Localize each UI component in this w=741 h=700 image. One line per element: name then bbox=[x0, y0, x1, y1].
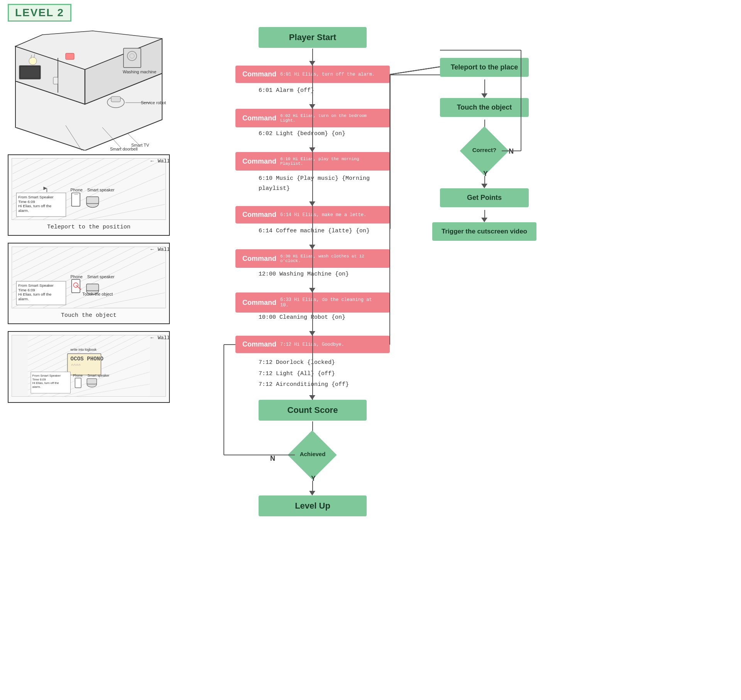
cmd-label-3: Command bbox=[242, 157, 276, 166]
svg-rect-16 bbox=[20, 67, 39, 78]
cmd-label-6: Command bbox=[242, 299, 276, 307]
cmd-text-7: 7:12 Hi Elias, Goodbye. bbox=[280, 342, 344, 347]
wall-label-3: Wall bbox=[158, 335, 170, 341]
arrow-start bbox=[309, 61, 315, 66]
count-score-box: Count Score bbox=[259, 400, 367, 421]
svg-line-114 bbox=[390, 67, 440, 74]
svg-text:Hi Elias, turn off the: Hi Elias, turn off the bbox=[18, 292, 51, 296]
player-start-box: Player Start bbox=[259, 27, 367, 48]
svg-text:Touch the object: Touch the object bbox=[82, 292, 113, 296]
y-label-correct: Y bbox=[483, 170, 488, 178]
svg-rect-70 bbox=[72, 279, 80, 293]
panel-caption-2: Touch the object bbox=[12, 311, 166, 320]
command-box-3: Command 6:10 Hi Elias, play the morning … bbox=[235, 152, 390, 171]
cmd-text-2: 6:02 Hi Elias, turn on the bedroom Light… bbox=[280, 113, 383, 123]
svg-rect-43 bbox=[72, 193, 80, 206]
level-badge: LEVEL 2 bbox=[8, 4, 71, 22]
cmd-text-4: 6:14 Hi Elias, make me a lette. bbox=[280, 212, 366, 218]
n-label-correct: N bbox=[509, 147, 514, 156]
command-box-5: Command 6:30 Hi Elias, wash clothes at 1… bbox=[235, 249, 390, 268]
wall-arrow-2: ← bbox=[151, 247, 154, 252]
touch-box: Touch the object bbox=[440, 98, 529, 117]
get-points-box: Get Points bbox=[440, 188, 529, 207]
command-box-2: Command 6:02 Hi Elias, turn on the bedro… bbox=[235, 109, 390, 127]
svg-line-123 bbox=[390, 67, 440, 74]
svg-text:From Smart Speaker: From Smart Speaker bbox=[18, 283, 54, 287]
cmd-label-4: Command bbox=[242, 211, 276, 219]
svg-text:Time 6:09: Time 6:09 bbox=[32, 378, 46, 381]
svg-rect-19 bbox=[111, 96, 120, 102]
cmd-text-5: 6:30 Hi Elias, wash clothes at 12 o'cloc… bbox=[280, 254, 383, 263]
svg-text:alarm.: alarm. bbox=[18, 297, 29, 301]
sketch-3: write into logbook OCOS PHONO ∩∩∩∩ Phone… bbox=[12, 335, 166, 397]
result-text-3: 6:10 Music {Play music} {Morning playlis… bbox=[259, 174, 370, 193]
svg-text:Smart speaker: Smart speaker bbox=[87, 274, 115, 279]
svg-text:∩∩∩∩: ∩∩∩∩ bbox=[71, 363, 81, 367]
svg-text:From Smart Speaker: From Smart Speaker bbox=[18, 195, 54, 199]
svg-rect-102 bbox=[75, 378, 81, 388]
svg-rect-11 bbox=[66, 53, 74, 59]
svg-rect-74 bbox=[86, 284, 99, 291]
svg-point-12 bbox=[29, 57, 37, 65]
room-diagram: Washing machine Smart lighting Smart doo… bbox=[8, 27, 170, 150]
result-text-4: 6:14 Coffee machine {latte} {on} bbox=[259, 228, 370, 234]
sketch-1: Phone Smart speaker From Smart Speaker T… bbox=[12, 158, 166, 220]
cmd-text-3: 6:10 Hi Elias, play the morning Playlist… bbox=[280, 157, 383, 166]
cmd-label-7: Command bbox=[242, 340, 276, 348]
connector-start bbox=[312, 49, 313, 63]
y-label-achieved: Y bbox=[311, 475, 316, 483]
svg-rect-17 bbox=[53, 77, 58, 84]
command-box-6: Command 6:33 Hi Elias, do the cleaning a… bbox=[235, 293, 390, 313]
correct-label: Correct? bbox=[462, 147, 506, 153]
command-box-4: Command 6:14 Hi Elias, make me a lette. bbox=[235, 206, 390, 223]
svg-text:Smart speaker: Smart speaker bbox=[88, 374, 110, 377]
flowchart: Player Start Command 6:01 Hi Elias, turn… bbox=[185, 12, 718, 691]
wall-arrow-3: ← bbox=[151, 335, 154, 341]
trigger-box: Trigger the cutscreen video bbox=[432, 222, 536, 241]
cmd-label-2: Command bbox=[242, 114, 276, 122]
sketch-2: Touch the object Phone Smart speaker Fro… bbox=[12, 247, 166, 308]
achieved-diamond bbox=[288, 430, 337, 479]
svg-text:Smart speaker: Smart speaker bbox=[87, 188, 115, 192]
wall-label-2: Wall bbox=[158, 247, 170, 252]
cmd-label-5: Command bbox=[242, 255, 276, 263]
svg-text:Hi Elias, turn off the: Hi Elias, turn off the bbox=[32, 381, 59, 385]
svg-text:Smart TV: Smart TV bbox=[131, 143, 149, 147]
connector-svg bbox=[185, 12, 533, 552]
svg-text:OCOS PHONO: OCOS PHONO bbox=[71, 356, 104, 362]
storyboard-panel-1: Phone Smart speaker From Smart Speaker T… bbox=[8, 154, 170, 236]
result-text-7: 7:12 Doorlock {locked} 7:12 Light {All} … bbox=[259, 357, 349, 391]
result-text-2: 6:02 Light {bedroom} {on} bbox=[259, 130, 345, 137]
svg-text:Phone: Phone bbox=[71, 188, 83, 192]
n-label-achieved: N bbox=[270, 455, 275, 463]
storyboard-panel-2: Touch the object Phone Smart speaker Fro… bbox=[8, 243, 170, 324]
svg-rect-46 bbox=[86, 197, 99, 204]
svg-text:Smart lighting: Smart lighting bbox=[73, 150, 98, 150]
wall-label-1: Wall bbox=[158, 158, 170, 164]
result-text-5: 12:00 Washing Machine {on} bbox=[259, 271, 349, 277]
svg-text:Hi Elias, turn off the: Hi Elias, turn off the bbox=[18, 204, 51, 208]
level-up-box: Level Up bbox=[259, 495, 367, 516]
left-panel: LEVEL 2 Washing machine bbox=[8, 4, 174, 410]
svg-text:alarm.: alarm. bbox=[32, 385, 41, 389]
svg-rect-104 bbox=[87, 379, 96, 384]
teleport-box: Teleport to the place bbox=[440, 58, 529, 77]
svg-text:alarm.: alarm. bbox=[18, 208, 29, 213]
result-text-6: 10:00 Cleaning Robot {on} bbox=[259, 314, 345, 321]
cmd-text-6: 6:33 Hi Elias, do the cleaning at 10. bbox=[280, 297, 383, 308]
command-box-1: Command 6:01 Hi Elias, turn off the alar… bbox=[235, 66, 390, 83]
svg-text:Phone: Phone bbox=[73, 374, 83, 377]
panel-caption-1: Teleport to the position bbox=[12, 222, 166, 232]
svg-text:Time 6:09: Time 6:09 bbox=[18, 288, 35, 292]
wall-arrow-1: ← bbox=[151, 158, 154, 164]
svg-line-113 bbox=[390, 67, 440, 74]
command-box-7: Command 7:12 Hi Elias, Goodbye. bbox=[235, 336, 390, 353]
cmd-text-1: 6:01 Hi Elias, turn off the alarm. bbox=[280, 72, 375, 77]
svg-text:Phone: Phone bbox=[71, 274, 83, 279]
storyboard-panel-3: write into logbook OCOS PHONO ∩∩∩∩ Phone… bbox=[8, 331, 170, 403]
svg-text:write into logbook: write into logbook bbox=[70, 348, 97, 352]
result-text-1: 6:01 Alarm {off} bbox=[259, 87, 314, 94]
cmd-label-1: Command bbox=[242, 70, 276, 78]
svg-text:Time 6:09: Time 6:09 bbox=[18, 200, 35, 204]
svg-text:From Smart Speaker: From Smart Speaker bbox=[32, 374, 61, 377]
